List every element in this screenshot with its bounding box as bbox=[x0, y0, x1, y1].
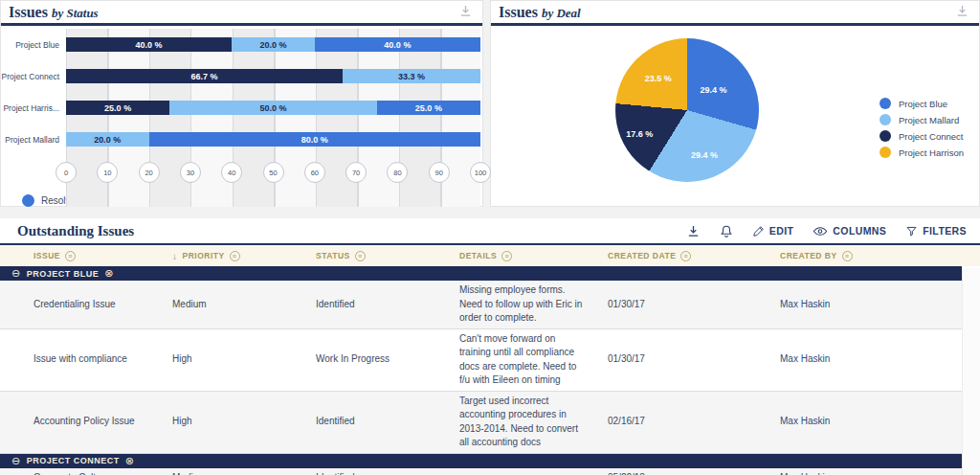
created-date-cell: 01/30/17 bbox=[598, 350, 770, 370]
bar-segment[interactable]: 33.3 % bbox=[343, 69, 480, 83]
bell-icon[interactable] bbox=[720, 224, 733, 238]
column-header-issue[interactable]: ISSUE≡ bbox=[0, 251, 163, 261]
download-icon[interactable] bbox=[686, 224, 701, 238]
legend-label: Project Mallard bbox=[899, 115, 959, 125]
column-header-label: CREATED DATE bbox=[608, 251, 676, 260]
column-header-created-date[interactable]: CREATED DATE≡ bbox=[598, 251, 770, 261]
stacked-bar: 66.7 %33.3 % bbox=[66, 69, 480, 83]
status-card-title: Issuesby Status bbox=[9, 4, 99, 21]
column-header-created-by[interactable]: CREATED BY≡ bbox=[770, 251, 980, 261]
status-cell: Identified bbox=[306, 295, 450, 315]
x-axis-tick: 70 bbox=[345, 162, 367, 183]
details-cell: Target used incorrect accounting procedu… bbox=[450, 392, 598, 453]
bar-segment[interactable]: 20.0 % bbox=[232, 37, 315, 52]
card-subtitle-text: by Status bbox=[52, 6, 99, 20]
table-title: Outstanding Issues bbox=[17, 223, 134, 239]
legend-item[interactable]: Project Blue bbox=[880, 98, 964, 109]
created-date-cell: 02/16/17 bbox=[598, 412, 770, 432]
issue-cell: Issue with compliance bbox=[0, 350, 163, 370]
issue-cell: Credentialing Issue bbox=[0, 295, 163, 315]
table-row[interactable]: Corporate CultureMediumIdentified05/22/1… bbox=[0, 468, 962, 475]
x-axis-tick: 100 bbox=[470, 162, 491, 183]
column-menu-icon[interactable]: ≡ bbox=[65, 251, 76, 261]
pie-slice-label: 29.4 % bbox=[701, 85, 727, 95]
created-by-cell: Max Haskin bbox=[770, 350, 962, 370]
created-by-cell: Max Haskin bbox=[770, 295, 962, 315]
x-axis: 0102030405060708090100 bbox=[66, 160, 480, 189]
pie-slice-label: 23.5 % bbox=[645, 74, 672, 83]
created-by-cell: Max Haskin bbox=[770, 468, 962, 475]
chart-row: Project Harris...25.0 %50.0 %25.0 % bbox=[1, 92, 482, 124]
stacked-bar: 25.0 %50.0 %25.0 % bbox=[66, 101, 480, 115]
priority-cell: Medium bbox=[163, 295, 306, 315]
download-icon[interactable] bbox=[955, 4, 969, 22]
remove-group-icon[interactable]: ⊗ bbox=[104, 268, 114, 279]
column-header-label: STATUS bbox=[316, 251, 350, 260]
remove-group-icon[interactable]: ⊗ bbox=[125, 456, 135, 466]
column-header-label: ISSUE bbox=[33, 251, 60, 260]
bar-segment[interactable]: 66.7 % bbox=[66, 69, 343, 83]
bar-segment[interactable]: 50.0 % bbox=[169, 101, 377, 115]
deal-pie-chart: 29.4 %29.4 %17.6 %23.5 % Project BluePro… bbox=[491, 26, 979, 204]
pie-graphic[interactable]: 29.4 %29.4 %17.6 %23.5 % bbox=[615, 38, 759, 182]
created-date-cell: 05/22/18 bbox=[598, 468, 770, 475]
bar-segment[interactable]: 40.0 % bbox=[66, 37, 232, 52]
bar-segment[interactable]: 25.0 % bbox=[66, 101, 169, 115]
deal-card-title: Issuesby Deal bbox=[499, 4, 581, 21]
x-axis-tick: 10 bbox=[97, 162, 118, 183]
table-row[interactable]: Accounting Policy IssueHighIdentifiedTar… bbox=[0, 392, 962, 454]
x-axis-tick: 0 bbox=[56, 162, 77, 183]
column-header-label: DETAILS bbox=[459, 251, 497, 260]
deal-card-header: Issuesby Deal bbox=[491, 1, 979, 26]
column-menu-icon[interactable]: ≡ bbox=[230, 251, 240, 261]
column-header-label: CREATED BY bbox=[780, 251, 837, 260]
table-title-bar: Outstanding Issues EDIT COLUMNS FILTERS bbox=[0, 218, 980, 245]
card-title-text: Issues bbox=[499, 4, 538, 20]
details-cell: Missing employee forms. Need to follow u… bbox=[450, 281, 598, 328]
table-row[interactable]: Credentialing IssueMediumIdentifiedMissi… bbox=[0, 281, 962, 329]
column-menu-icon[interactable]: ≡ bbox=[501, 251, 512, 261]
legend-item[interactable]: Project Harrison bbox=[880, 147, 964, 158]
edit-label: EDIT bbox=[769, 225, 794, 237]
column-header-priority[interactable]: ↓PRIORITY≡ bbox=[163, 251, 306, 261]
sort-desc-icon: ↓ bbox=[172, 251, 178, 261]
bar-segment[interactable]: 80.0 % bbox=[149, 132, 480, 147]
created-date-cell: 01/30/17 bbox=[598, 295, 770, 315]
bar-segment[interactable]: 40.0 % bbox=[315, 37, 480, 52]
x-axis-tick: 50 bbox=[263, 162, 284, 183]
column-header-details[interactable]: DETAILS≡ bbox=[450, 251, 598, 261]
legend-dot bbox=[880, 98, 891, 109]
column-menu-icon[interactable]: ≡ bbox=[842, 251, 853, 261]
created-by-cell: Max Haskin bbox=[770, 412, 962, 432]
table-row[interactable]: Issue with complianceHighWork In Progres… bbox=[0, 329, 962, 392]
bar-segment[interactable]: 25.0 % bbox=[377, 101, 480, 115]
columns-button[interactable]: COLUMNS bbox=[813, 225, 886, 238]
column-menu-icon[interactable]: ≡ bbox=[680, 251, 691, 261]
priority-cell: High bbox=[163, 350, 306, 370]
legend-item[interactable]: Project Mallard bbox=[880, 114, 964, 125]
deal-chart-legend: Project BlueProject MallardProject Conne… bbox=[880, 98, 964, 158]
legend-dot bbox=[22, 194, 34, 207]
column-header-status[interactable]: STATUS≡ bbox=[306, 251, 450, 261]
edit-button[interactable]: EDIT bbox=[752, 225, 794, 238]
column-menu-icon[interactable]: ≡ bbox=[355, 251, 366, 261]
collapse-group-icon[interactable]: ⊖ bbox=[11, 456, 21, 466]
card-title-text: Issues bbox=[9, 4, 48, 20]
legend-item[interactable]: Project Connect bbox=[880, 130, 964, 142]
pie-slice-label: 29.4 % bbox=[691, 150, 718, 160]
group-row: ⊖PROJECT CONNECT⊗ bbox=[0, 454, 962, 468]
priority-cell: High bbox=[163, 412, 306, 432]
pie-slice-label: 17.6 % bbox=[626, 129, 653, 139]
priority-cell: Medium bbox=[163, 468, 306, 475]
scrollbar-track[interactable] bbox=[962, 268, 980, 475]
status-cell: Identified bbox=[306, 468, 450, 475]
collapse-group-icon[interactable]: ⊖ bbox=[11, 268, 21, 279]
status-bar-chart: Project Blue40.0 %20.0 %40.0 %Project Co… bbox=[1, 29, 482, 207]
bar-segment[interactable]: 20.0 % bbox=[66, 132, 149, 147]
issue-cell: Accounting Policy Issue bbox=[0, 412, 163, 432]
download-icon[interactable] bbox=[458, 4, 473, 22]
table-body: ⊖PROJECT BLUE⊗Credentialing IssueMediumI… bbox=[0, 266, 980, 475]
filters-button[interactable]: FILTERS bbox=[905, 225, 967, 238]
status-cell: Work In Progress bbox=[306, 350, 450, 370]
chart-row-label: Project Connect bbox=[1, 72, 66, 81]
